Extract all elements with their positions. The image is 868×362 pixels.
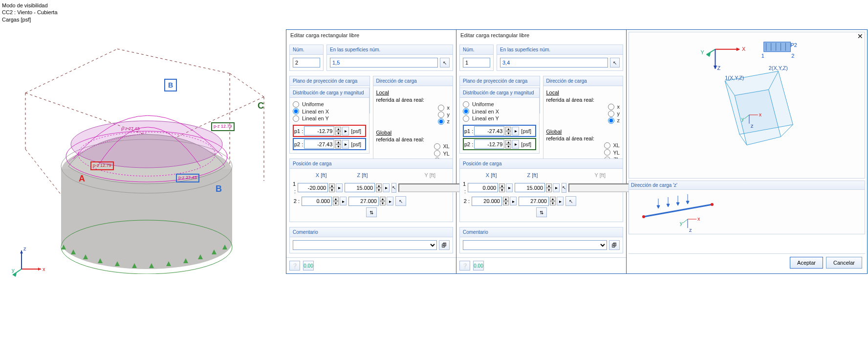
radio-dir-yl-left[interactable]: YL <box>376 150 450 157</box>
units-icon[interactable]: 0.00 <box>473 261 484 271</box>
radio-dir-x-left[interactable]: x <box>376 104 450 111</box>
num-input-left[interactable] <box>293 58 320 68</box>
load-tag-a: p-z 12.79 <box>90 161 114 170</box>
radio-dir-yl-right[interactable]: YL <box>546 149 620 156</box>
pos-z2-left[interactable] <box>348 197 379 206</box>
stepper-icon[interactable]: ▸ <box>342 140 349 149</box>
radio-dir-x-right[interactable]: x <box>546 103 620 110</box>
pos-x1-right[interactable] <box>468 183 498 192</box>
svg-line-2 <box>230 73 264 97</box>
pick-surfaces-icon[interactable]: ↖ <box>610 58 620 68</box>
stepper-icon[interactable]: ▸ <box>342 127 349 136</box>
radio-linealy-left[interactable]: Lineal en Y <box>293 115 366 122</box>
radio-uniforme-left[interactable]: Uniforme <box>293 101 366 108</box>
pos-x1-left[interactable] <box>298 183 328 192</box>
svg-text:z: z <box>751 123 754 129</box>
preview-direction-icon: xyz <box>629 190 865 233</box>
radio-dir-z-right[interactable]: z <box>546 117 620 124</box>
radio-dir-y-right[interactable]: y <box>546 110 620 117</box>
preview-3d-icon: X Y Z P1 P2 12 2(X,Y,Z) 1(X,Y,Z) <box>629 32 865 178</box>
svg-text:2(X,Y,Z): 2(X,Y,Z) <box>769 65 788 71</box>
pick-point-icon[interactable]: ↖ <box>565 196 576 206</box>
svg-text:X: X <box>742 46 746 52</box>
surfaces-input-right[interactable] <box>500 58 608 68</box>
comment-lib-icon[interactable]: 🗐 <box>609 240 620 250</box>
pos-z1-right[interactable] <box>515 183 545 192</box>
dialog-panel-right: Editar carga rectangular libre Núm. En l… <box>456 30 627 273</box>
distribution-header: Distribución de carga y magnitud <box>289 88 369 97</box>
close-icon[interactable]: ✕ <box>857 32 863 41</box>
radio-linealx-right[interactable]: Lineal en X <box>463 108 536 115</box>
plane-header: Plano de proyección de carga <box>289 76 370 86</box>
svg-point-72 <box>642 215 645 218</box>
radio-dir-xl-right[interactable]: XL <box>546 142 620 149</box>
label-b-top: B <box>164 79 177 91</box>
p2-input-left[interactable] <box>304 139 334 149</box>
comment-select-left[interactable] <box>293 240 437 250</box>
pick-surfaces-icon[interactable]: ↖ <box>440 58 450 68</box>
dome-3d-icon <box>20 29 274 274</box>
preview-3d: X Y Z P1 P2 12 2(X,Y,Z) 1(X,Y,Z) <box>629 32 865 179</box>
svg-text:z: z <box>689 227 692 233</box>
accept-button[interactable]: Aceptar <box>790 257 823 269</box>
radio-linealy-right[interactable]: Lineal en Y <box>463 115 536 122</box>
svg-point-11 <box>61 215 232 269</box>
surfaces-input-left[interactable] <box>330 58 438 68</box>
model-view[interactable]: p-z 27.43 p-z 12.79 p-z 27.43 p-z 12.79 … <box>0 0 286 294</box>
help-icon[interactable]: ❔ <box>459 261 470 271</box>
direction-header: Dirección de carga <box>373 76 454 86</box>
num-header: Núm. <box>289 45 324 54</box>
pos-x2-right[interactable] <box>472 197 502 206</box>
radio-linealx-left[interactable]: Lineal en X <box>293 108 366 115</box>
spinner-icon[interactable]: ▲▼ <box>335 127 341 136</box>
svg-text:Y: Y <box>701 49 705 55</box>
pos-z1-left[interactable] <box>345 183 375 192</box>
p2-label: p2 : <box>294 141 303 148</box>
svg-text:2: 2 <box>791 53 794 59</box>
load-tag-c: p-z 12.79 <box>211 122 235 131</box>
dialog-preview: ✕ X Y Z P1 P2 12 <box>627 30 867 273</box>
svg-text:y: y <box>680 220 683 226</box>
pick-point-icon[interactable]: ↖ <box>391 183 396 193</box>
pick-point-icon[interactable]: ↖ <box>395 196 406 206</box>
pick-point-icon[interactable]: ↖ <box>562 183 566 193</box>
svg-text:y: y <box>741 116 744 122</box>
swap-icon[interactable]: ⇅ <box>536 207 547 217</box>
svg-text:x: x <box>759 112 762 117</box>
svg-marker-30 <box>38 268 41 271</box>
p1-input-right[interactable] <box>474 126 504 136</box>
p2-input-right[interactable] <box>474 139 504 149</box>
preview-direction: Dirección de carga 'z' xyz <box>629 181 865 234</box>
svg-text:1(X,Y,Z): 1(X,Y,Z) <box>725 75 744 81</box>
units-icon[interactable]: 0.00 <box>303 261 314 271</box>
local-sublabel: referida al área real: <box>376 96 450 103</box>
radio-dir-xl-left[interactable]: XL <box>376 143 450 150</box>
global-real-label: Global <box>376 129 450 136</box>
radio-uniforme-right[interactable]: Uniforme <box>463 101 536 108</box>
svg-line-1 <box>117 49 230 73</box>
svg-point-73 <box>711 203 714 206</box>
p1-label: p1 : <box>294 128 303 135</box>
dialog-title-left: Editar carga rectangular libre <box>286 30 456 41</box>
num-input-right[interactable] <box>463 58 490 68</box>
help-icon[interactable]: ❔ <box>289 261 300 271</box>
radio-dir-z-left[interactable]: z <box>376 118 450 125</box>
radio-dir-y-left[interactable]: y <box>376 111 450 118</box>
p1-input-left[interactable] <box>304 126 334 136</box>
coord-triad-icon: x y z <box>12 245 51 279</box>
svg-marker-81 <box>686 201 689 204</box>
swap-icon[interactable]: ⇅ <box>366 207 377 217</box>
position-header: Posición de carga <box>289 158 453 168</box>
pos-x2-left[interactable] <box>302 197 332 206</box>
svg-text:P2: P2 <box>790 42 797 48</box>
comment-lib-icon[interactable]: 🗐 <box>439 240 450 250</box>
pos-z2-right[interactable] <box>519 197 549 206</box>
cancel-button[interactable]: Cancelar <box>826 257 862 269</box>
spinner-icon[interactable]: ▲▼ <box>335 140 341 149</box>
comment-select-right[interactable] <box>463 240 607 250</box>
svg-marker-79 <box>676 203 679 205</box>
svg-line-0 <box>25 49 117 93</box>
surfaces-header: En las superficies núm. <box>326 45 453 54</box>
dialog-panel-left: Editar carga rectangular libre Núm. En l… <box>286 30 456 273</box>
svg-marker-34 <box>20 250 23 253</box>
